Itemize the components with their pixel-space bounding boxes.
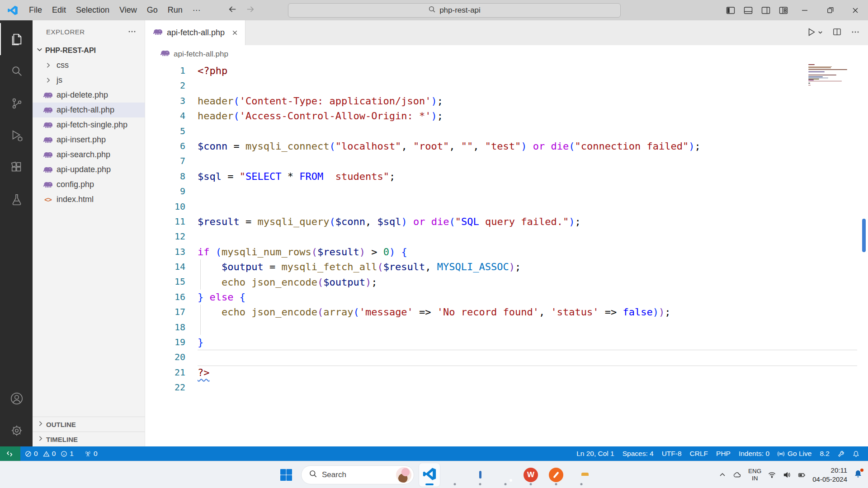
tab-close-icon[interactable] — [231, 29, 239, 37]
source-control-icon[interactable] — [0, 87, 33, 119]
restore-button[interactable] — [817, 0, 843, 20]
code-line-9[interactable]: 9 — [145, 184, 868, 199]
onedrive-cloud-icon[interactable] — [733, 471, 742, 479]
code-line-6[interactable]: 6$conn = mysqli_connect("localhost", "ro… — [145, 139, 868, 154]
menu-file[interactable]: File — [24, 5, 47, 15]
code-line-22[interactable]: 22 — [145, 380, 868, 395]
settings-icon[interactable] — [0, 414, 33, 446]
status-notifications[interactable] — [849, 446, 863, 461]
forward-arrow-icon[interactable] — [245, 4, 255, 17]
file-item-config-php[interactable]: config.php — [33, 177, 145, 192]
file-item-css[interactable]: css — [33, 58, 145, 73]
chrome-taskbar-button[interactable] — [495, 463, 516, 487]
file-item-api-update-php[interactable]: api-update.php — [33, 162, 145, 177]
status-eol[interactable]: CRLF — [686, 446, 712, 461]
problems-indicator[interactable]: 001 — [20, 450, 81, 458]
code-line-4[interactable]: 4header('Access-Control-Allow-Origin: *'… — [145, 108, 868, 123]
code-line-16[interactable]: 16} else { — [145, 290, 868, 305]
language-indicator[interactable]: ENG IN — [748, 468, 761, 482]
search-highlights-image[interactable] — [396, 467, 411, 483]
status-php-version[interactable]: 8.2 — [816, 446, 834, 461]
code-line-17[interactable]: 17 echo json_encode(array('message' => '… — [145, 305, 868, 319]
tab-api-fetch-all[interactable]: api-fetch-all.php — [145, 20, 245, 45]
code-line-19[interactable]: 19} — [145, 335, 868, 350]
code-line-2[interactable]: 2 — [145, 78, 868, 93]
menu-selection[interactable]: Selection — [71, 5, 114, 15]
battery-icon[interactable] — [797, 471, 806, 479]
status-indentation[interactable]: Spaces: 4 — [618, 446, 658, 461]
word-taskbar-button[interactable]: W — [520, 463, 542, 487]
menu-run[interactable]: Run — [163, 5, 188, 15]
run-code-button[interactable] — [807, 27, 823, 39]
firefox-taskbar-button[interactable] — [444, 463, 466, 487]
orange-app-taskbar-button[interactable] — [545, 463, 567, 487]
code-line-18[interactable]: 18 — [145, 320, 868, 335]
file-item-index-html[interactable]: <>index.html — [33, 192, 145, 207]
explorer-more-actions-icon[interactable] — [127, 27, 137, 36]
ports-indicator[interactable]: 0 — [81, 450, 101, 458]
editor-more-actions-icon[interactable] — [851, 28, 860, 38]
start-button[interactable] — [276, 463, 297, 487]
code-line-14[interactable]: 14 $output = mysqli_fetch_all($result, M… — [145, 259, 868, 274]
code-line-12[interactable]: 12 — [145, 229, 868, 244]
section-outline[interactable]: OUTLINE — [33, 417, 145, 432]
explorer-icon[interactable] — [0, 23, 33, 55]
menu-edit[interactable]: Edit — [47, 5, 71, 15]
minimize-button[interactable] — [792, 0, 817, 20]
breadcrumb[interactable]: api-fetch-all.php — [145, 45, 868, 63]
code-line-11[interactable]: 11$result = mysqli_query($conn, $sql) or… — [145, 214, 868, 229]
toggle-secondary-sidebar-icon[interactable] — [757, 0, 774, 20]
notepad-taskbar-button[interactable] — [469, 463, 491, 487]
file-explorer-taskbar-button[interactable] — [571, 463, 592, 487]
notifications-bell-icon[interactable] — [854, 469, 863, 480]
back-arrow-icon[interactable] — [227, 4, 238, 17]
wifi-icon[interactable] — [768, 471, 776, 479]
status-go-live[interactable]: Go Live — [774, 446, 816, 461]
taskbar-search-box[interactable]: Search — [301, 465, 414, 484]
code-line-3[interactable]: 3header('Content-Type: application/json'… — [145, 94, 868, 108]
file-item-api-delete-php[interactable]: api-delete.php — [33, 88, 145, 103]
code-line-20[interactable]: 20 — [145, 350, 868, 365]
code-line-1[interactable]: 1<?php — [145, 63, 868, 78]
testing-icon[interactable] — [0, 183, 33, 216]
command-center-search[interactable]: php-rest-api — [288, 3, 621, 18]
code-line-5[interactable]: 5 — [145, 124, 868, 139]
status-tools[interactable] — [834, 446, 849, 461]
status-language-mode[interactable]: PHP — [712, 446, 735, 461]
file-item-api-fetch-single-php[interactable]: api-fetch-single.php — [33, 117, 145, 132]
status-encoding[interactable]: UTF-8 — [658, 446, 686, 461]
toggle-primary-sidebar-icon[interactable] — [722, 0, 739, 20]
vscode-taskbar-button[interactable] — [419, 463, 440, 487]
menu-more[interactable]: ··· — [188, 5, 206, 15]
code-line-15[interactable]: 15 echo json_encode($output); — [145, 274, 868, 289]
code-line-13[interactable]: 13if (mysqli_num_rows($result) > 0) { — [145, 244, 868, 259]
status-cursor-position[interactable]: Ln 20, Col 1 — [572, 446, 618, 461]
accounts-icon[interactable] — [0, 382, 33, 414]
file-item-js[interactable]: js — [33, 73, 145, 88]
code-line-10[interactable]: 10 — [145, 199, 868, 214]
run-and-debug-icon[interactable] — [0, 119, 33, 151]
extensions-icon[interactable] — [0, 151, 33, 183]
menu-view[interactable]: View — [114, 5, 142, 15]
file-item-api-search-php[interactable]: api-search.php — [33, 147, 145, 162]
section-timeline[interactable]: TIMELINE — [33, 432, 145, 446]
minimap[interactable] — [808, 64, 856, 85]
search-icon[interactable] — [0, 55, 33, 87]
code-line-8[interactable]: 8$sql = "SELECT * FROM students"; — [145, 169, 868, 184]
scrollbar-decoration[interactable] — [862, 219, 866, 252]
volume-icon[interactable] — [783, 471, 791, 479]
show-hidden-icons-chevron[interactable] — [718, 471, 726, 479]
code-line-21[interactable]: 21?> — [145, 365, 868, 380]
split-editor-icon[interactable] — [832, 27, 842, 38]
file-item-api-insert-php[interactable]: api-insert.php — [33, 132, 145, 147]
toggle-panel-icon[interactable] — [739, 0, 757, 20]
remote-indicator-button[interactable] — [0, 446, 20, 461]
customize-layout-icon[interactable] — [774, 0, 792, 20]
file-item-api-fetch-all-php[interactable]: api-fetch-all.php — [33, 103, 145, 117]
close-button[interactable] — [843, 0, 868, 20]
status-indents[interactable]: Indents: 0 — [735, 446, 774, 461]
code-line-7[interactable]: 7 — [145, 154, 868, 169]
menu-go[interactable]: Go — [142, 5, 163, 15]
clock[interactable]: 20:11 04-05-2024 — [812, 466, 847, 483]
workspace-root-folder[interactable]: PHP-REST-API — [33, 43, 145, 58]
